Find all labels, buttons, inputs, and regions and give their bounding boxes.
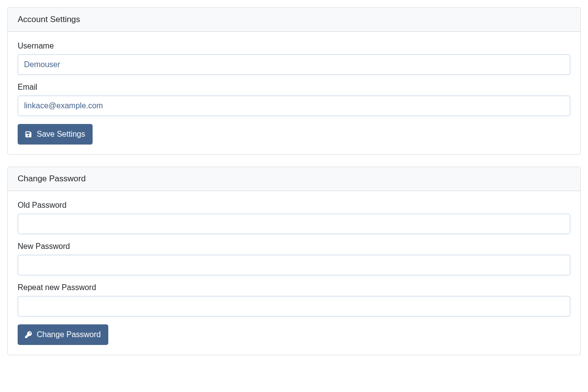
- old-password-input[interactable]: [18, 214, 570, 234]
- old-password-label: Old Password: [18, 201, 570, 210]
- new-password-label: New Password: [18, 242, 570, 251]
- change-password-button-label: Change Password: [37, 329, 101, 341]
- account-settings-header: Account Settings: [8, 8, 580, 32]
- save-icon: [25, 131, 32, 138]
- new-password-group: New Password: [18, 242, 570, 275]
- username-label: Username: [18, 42, 570, 50]
- repeat-password-label: Repeat new Password: [18, 283, 570, 292]
- username-input[interactable]: [18, 54, 570, 75]
- email-input[interactable]: [18, 96, 570, 116]
- change-password-card: Change Password Old Password New Passwor…: [7, 167, 581, 355]
- save-button-label: Save Settings: [37, 128, 85, 140]
- repeat-password-input[interactable]: [18, 296, 570, 317]
- username-group: Username: [18, 42, 570, 75]
- account-settings-body: Username Email Save Settings: [8, 32, 580, 154]
- repeat-password-group: Repeat new Password: [18, 283, 570, 317]
- save-settings-button[interactable]: Save Settings: [18, 124, 93, 145]
- email-group: Email: [18, 83, 570, 116]
- change-password-body: Old Password New Password Repeat new Pas…: [8, 191, 580, 355]
- change-password-header: Change Password: [8, 167, 580, 191]
- new-password-input[interactable]: [18, 255, 570, 275]
- old-password-group: Old Password: [18, 201, 570, 234]
- change-password-button[interactable]: Change Password: [18, 324, 108, 345]
- email-label: Email: [18, 83, 570, 92]
- account-settings-card: Account Settings Username Email Save Set…: [7, 7, 581, 155]
- key-icon: [25, 331, 32, 338]
